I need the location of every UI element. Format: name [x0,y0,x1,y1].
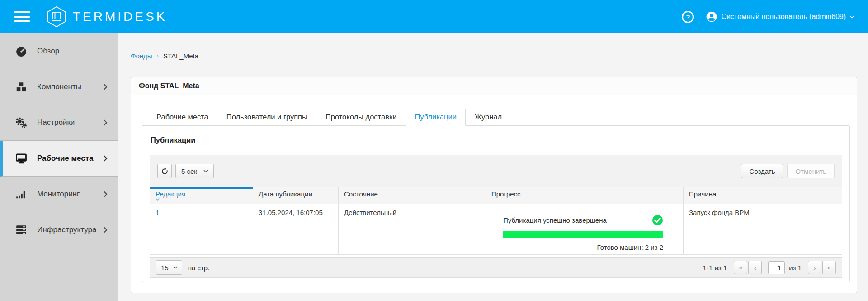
section-title: Публикации [151,136,842,144]
card-body: Рабочие места Пользователи и группы Прот… [131,95,857,293]
tab-journal[interactable]: Журнал [466,109,511,126]
first-page-button[interactable]: « [734,261,747,274]
cell-progress: Публикация успешно завершена [486,204,683,254]
chevron-right-icon [103,191,108,198]
top-bar: TERMIDESK ? Системный пользователь (admi… [0,0,868,33]
sidebar-item-workplaces[interactable]: Рабочие места [0,141,118,177]
pagination: 1-1 из 1 « ‹ из 1 › » [703,261,836,274]
tab-publications[interactable]: Публикации [406,109,466,126]
tab-users-groups[interactable]: Пользователи и группы [217,109,316,126]
main-content: Фонды › STAL_Meta Фонд STAL_Meta Рабочие… [118,33,868,301]
next-page-button[interactable]: › [808,261,821,274]
cell-publish-date: 31.05.2024, 16:07:05 [253,204,338,254]
termidesk-logo: TERMIDESK [46,6,167,28]
user-icon [706,11,717,23]
settings-icon [14,117,28,129]
chevron-right-icon [103,155,108,162]
prev-page-button[interactable]: ‹ [748,261,762,274]
user-name: Системный пользователь (admin609) [721,13,846,21]
help-icon[interactable]: ? [682,11,694,23]
page-number-input[interactable] [768,261,785,274]
sidebar-item-label: Инфраструктура [37,225,96,234]
sidebar-item-monitoring[interactable]: Мониторинг [0,177,118,212]
sidebar-item-settings[interactable]: Настройки [0,105,118,141]
sidebar-item-label: Рабочие места [37,154,94,163]
refresh-button[interactable] [157,164,172,178]
sidebar-item-infrastructure[interactable]: Инфраструктура [0,212,118,248]
chevron-right-icon [103,226,108,234]
per-page-label: на стр. [188,264,210,272]
breadcrumb-link-funds[interactable]: Фонды [131,52,152,60]
workplaces-icon [14,153,28,164]
sidebar-item-label: Обзор [37,47,59,56]
breadcrumb: Фонды › STAL_Meta [131,52,857,60]
sidebar-item-overview[interactable]: Обзор [0,33,118,69]
user-menu[interactable]: Системный пользователь (admin609) [706,11,854,23]
create-button[interactable]: Создать [741,164,783,178]
refresh-interval-select[interactable]: 5 сек [175,164,214,178]
progress-bar-track [503,231,663,238]
column-header-reason[interactable]: Причина [683,187,842,204]
chevron-down-icon [173,266,177,269]
chevron-right-icon [103,119,108,126]
column-header-publish-date[interactable]: Дата публикации [253,187,338,204]
sidebar-item-components[interactable]: Компоненты [0,69,118,105]
chevron-down-icon [849,15,854,19]
refresh-interval-value: 5 сек [181,167,197,175]
page-size-select[interactable]: 15 [156,260,182,275]
termidesk-app: TERMIDESK ? Системный пользователь (admi… [0,0,868,301]
cell-revision-link[interactable]: 1 [150,204,253,254]
cell-reason: Запуск фонда BPM [683,204,842,254]
components-icon [14,81,28,93]
page-size-value: 15 [161,264,169,272]
topbar-right: ? Системный пользователь (admin609) [682,11,854,23]
card-title: Фонд STAL_Meta [131,77,857,95]
table-header-row: Редакция Дата публикации Состояние Прогр… [150,187,842,204]
check-circle-icon [652,215,663,226]
progress-bar [503,231,663,238]
refresh-icon [161,167,169,175]
logo-text: TERMIDESK [73,10,167,24]
sidebar-item-label: Компоненты [37,82,81,91]
chevron-right-icon [103,83,108,91]
tabs: Рабочие места Пользователи и группы Прот… [142,109,850,125]
progress-status-text: Публикация успешно завершена [503,216,607,224]
cell-state: Действительный [338,204,486,254]
dashboard-icon [14,45,28,57]
page-of-label: из 1 [789,264,802,272]
monitoring-icon [14,188,28,200]
chevron-down-icon [203,170,208,172]
last-page-button[interactable]: » [822,261,836,274]
breadcrumb-separator: › [157,53,159,59]
sidebar: Обзор Компоненты [0,33,118,301]
table-row: 1 31.05.2024, 16:07:05 Действительный Пу… [150,204,842,255]
sidebar-item-label: Мониторинг [37,190,80,199]
machines-ready-text: Готово машин: 2 из 2 [503,244,663,251]
termidesk-logo-icon [46,6,67,28]
hamburger-icon[interactable] [14,11,30,22]
column-header-state[interactable]: Состояние [338,187,486,204]
sidebar-item-label: Настройки [37,118,75,127]
table-footer: 15 на стр. 1-1 из 1 « ‹ [150,257,842,278]
range-label: 1-1 из 1 [703,264,727,272]
tab-workplaces[interactable]: Рабочие места [147,109,217,126]
cancel-button[interactable]: Отменить [787,164,835,178]
infrastructure-icon [14,224,28,236]
fund-card: Фонд STAL_Meta Рабочие места Пользовател… [131,77,857,293]
sort-down-icon [156,198,247,201]
toolbar-actions: Создать Отменить [741,164,835,178]
column-header-revision[interactable]: Редакция [150,187,253,204]
publications-panel: Публикации [142,125,850,282]
breadcrumb-current: STAL_Meta [163,52,198,60]
column-header-progress[interactable]: Прогресс [486,187,683,204]
tab-delivery-protocols[interactable]: Протоколы доставки [316,109,406,126]
publications-toolbar: 5 сек Создать Отменить [150,155,842,187]
